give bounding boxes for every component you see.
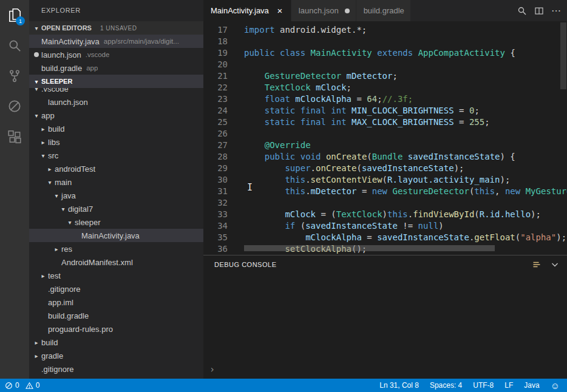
line-number[interactable]: 26: [203, 128, 228, 140]
status-cursor-position[interactable]: Ln 31, Col 8: [379, 381, 419, 390]
open-editors-header[interactable]: ▾ OPEN EDITORS 1 UNSAVED: [29, 21, 203, 35]
tree-item[interactable]: app.iml: [29, 296, 203, 309]
status-errors[interactable]: 0: [5, 381, 19, 390]
tree-item[interactable]: ▸test: [29, 269, 203, 282]
more-actions-icon[interactable]: ⋯: [549, 4, 563, 18]
activity-bar: 1: [0, 0, 29, 379]
code-line[interactable]: 35 mClockAlpha = savedInstanceState.getF…: [203, 232, 567, 243]
code-line[interactable]: 26: [203, 128, 567, 140]
tree-item[interactable]: ▸androidTest: [29, 162, 203, 175]
tree-item[interactable]: ▾sleeper: [29, 215, 203, 229]
tree-item[interactable]: ▸gradle: [29, 349, 203, 362]
line-number[interactable]: 29: [203, 163, 228, 174]
tree-item[interactable]: build.gradle: [29, 309, 203, 322]
close-icon[interactable]: ×: [275, 5, 285, 16]
code-line[interactable]: 31 this.mDetector = new GestureDetector(…: [203, 186, 567, 197]
code-editor[interactable]: 17import android.widget.*;1819public cla…: [203, 21, 567, 255]
line-number[interactable]: 24: [203, 105, 228, 117]
code-line[interactable]: 28 public void onCreate(Bundle savedInst…: [203, 151, 567, 163]
tab-mainactivity-java[interactable]: MainActivity.java×: [203, 0, 291, 21]
open-editor-item[interactable]: MainActivity.javaapp/src/main/java/digit…: [29, 35, 203, 48]
search-icon[interactable]: [515, 4, 529, 18]
clear-console-icon[interactable]: [531, 259, 543, 271]
code-text: [228, 197, 244, 209]
tree-item[interactable]: ▾digital7: [29, 202, 203, 215]
tree-item-label: .gitignore: [48, 285, 80, 294]
code-line[interactable]: 24 static final int MIN_CLOCK_BRIGHTNESS…: [203, 105, 567, 117]
line-number[interactable]: 25: [203, 117, 228, 128]
extensions-activity-button[interactable]: [0, 121, 29, 152]
code-line[interactable]: 21 GestureDetector mDetector;: [203, 70, 567, 82]
tab-debug-console[interactable]: DEBUG CONSOLE: [214, 261, 276, 268]
source-control-activity-button[interactable]: [0, 61, 29, 91]
line-number[interactable]: 35: [203, 232, 228, 243]
horizontal-scrollbar[interactable]: [244, 245, 495, 251]
code-line[interactable]: 23 float mClockAlpha = 64;//.3f;: [203, 93, 567, 105]
line-number[interactable]: 19: [203, 47, 228, 59]
tree-item[interactable]: ▸libs: [29, 135, 203, 149]
line-number[interactable]: 17: [203, 24, 228, 36]
line-number[interactable]: 36: [203, 243, 228, 255]
line-number[interactable]: 18: [203, 36, 228, 47]
status-encoding[interactable]: UTF-8: [473, 381, 494, 390]
explorer-activity-button[interactable]: 1: [0, 0, 29, 30]
line-number[interactable]: 28: [203, 151, 228, 163]
search-activity-button[interactable]: [0, 30, 29, 61]
line-number[interactable]: 21: [203, 70, 228, 82]
tree-item[interactable]: ▾app: [29, 109, 203, 122]
status-indentation[interactable]: Spaces: 4: [430, 381, 462, 390]
line-number[interactable]: 22: [203, 82, 228, 93]
line-number[interactable]: 20: [203, 59, 228, 70]
tree-item[interactable]: proguard-rules.pro: [29, 322, 203, 336]
line-number[interactable]: 30: [203, 174, 228, 186]
line-number[interactable]: 34: [203, 220, 228, 232]
open-editor-item[interactable]: build.gradleapp: [29, 61, 203, 75]
code-line[interactable]: 19public class MainActivity extends AppC…: [203, 47, 567, 59]
code-line[interactable]: 22 TextClock mClock;: [203, 82, 567, 93]
tree-item[interactable]: .gitignore: [29, 362, 203, 376]
code-line[interactable]: 20: [203, 59, 567, 70]
tree-item[interactable]: build.gradle: [29, 376, 203, 379]
warning-count: 0: [36, 381, 40, 390]
tree-item[interactable]: ▸res: [29, 242, 203, 255]
status-warnings[interactable]: 0: [25, 381, 40, 390]
tree-item[interactable]: ▾java: [29, 189, 203, 202]
code-line[interactable]: 33 mClock = (TextClock)this.findViewById…: [203, 209, 567, 220]
code-line[interactable]: 29 super.onCreate(savedInstanceState);: [203, 163, 567, 174]
status-eol[interactable]: LF: [504, 381, 513, 390]
status-language[interactable]: Java: [524, 381, 539, 390]
feedback-smiley-icon[interactable]: ☺: [551, 381, 560, 390]
line-number[interactable]: 27: [203, 140, 228, 151]
tree-item[interactable]: ▸build: [29, 336, 203, 349]
line-number[interactable]: 23: [203, 93, 228, 105]
code-line[interactable]: 25 static final int MAX_CLOCK_BRIGHTNESS…: [203, 117, 567, 128]
code-line[interactable]: 17import android.widget.*;: [203, 24, 567, 36]
tree-item[interactable]: launch.json: [29, 95, 203, 109]
code-line[interactable]: 27 @Override: [203, 140, 567, 151]
tab-build-gradle[interactable]: build.gradle: [356, 0, 411, 21]
code-line[interactable]: 30 this.setContentView(R.layout.activity…: [203, 174, 567, 186]
debug-activity-button[interactable]: [0, 91, 29, 121]
tree-item[interactable]: ▸build: [29, 122, 203, 135]
tab-launch-json[interactable]: launch.json: [291, 0, 356, 21]
code-text: mClock = (TextClock)this.findViewById(R.…: [228, 209, 541, 220]
workspace-section-header[interactable]: ▾ SLEEPER: [29, 75, 203, 88]
open-editor-item[interactable]: launch.json.vscode: [29, 48, 203, 61]
vertical-scrollbar[interactable]: [560, 22, 566, 89]
tree-item[interactable]: MainActivity.java: [29, 229, 203, 242]
debug-console-input[interactable]: ›: [203, 274, 567, 379]
open-editor-label: MainActivity.java: [41, 37, 100, 46]
tree-item[interactable]: .gitignore: [29, 282, 203, 296]
code-line[interactable]: 18: [203, 36, 567, 47]
editor-layout-icon[interactable]: [532, 4, 546, 18]
code-line[interactable]: 34 if (savedInstanceState != null): [203, 220, 567, 232]
tree-item[interactable]: AndroidManifest.xml: [29, 255, 203, 269]
chevron-down-icon[interactable]: [549, 259, 561, 271]
tree-item[interactable]: ▾src: [29, 149, 203, 162]
line-number[interactable]: 33: [203, 209, 228, 220]
code-text: mClockAlpha = savedInstanceState.getFloa…: [228, 232, 566, 243]
line-number[interactable]: 32: [203, 197, 228, 209]
code-line[interactable]: 32: [203, 197, 567, 209]
line-number[interactable]: 31: [203, 186, 228, 197]
tree-item[interactable]: ▾main: [29, 175, 203, 189]
